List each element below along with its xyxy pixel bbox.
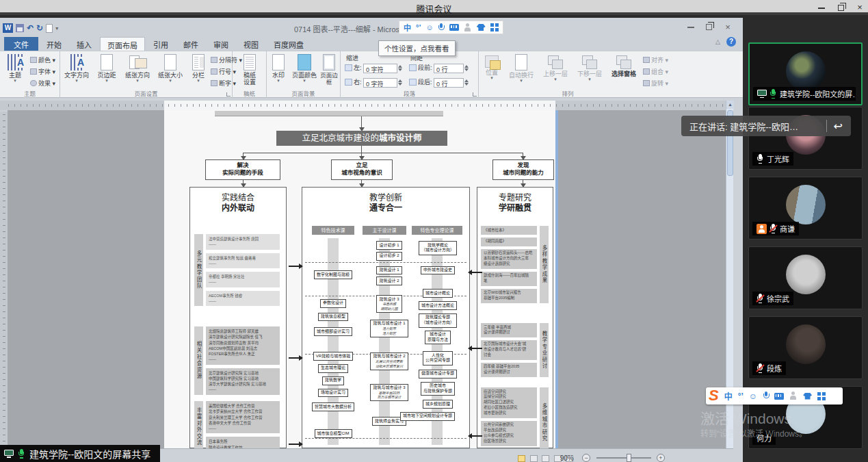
zoom-slider[interactable] [596, 457, 651, 459]
scroll-up-icon[interactable]: ▲ [726, 101, 734, 109]
wrap-text-button[interactable]: 自动换行▾ [505, 53, 538, 83]
track-header: 特色专业理论课 [412, 226, 462, 235]
soft-keyboard-icon[interactable] [774, 393, 784, 400]
tab-开始[interactable]: 开始 [40, 37, 68, 51]
zoom-level[interactable]: 90% [560, 454, 574, 462]
spacing-after-spinner[interactable] [464, 79, 469, 86]
redo-icon[interactable]: ↻ [36, 23, 43, 33]
course-box: 建筑与城市设计 2北展公共空间更新 动批片区城市复兴 [370, 352, 408, 370]
tab-引用[interactable]: 引用 [146, 37, 175, 51]
tab-视图[interactable]: 视图 [237, 37, 265, 51]
selection-pane-button[interactable]: 选择窗格 [606, 53, 642, 77]
skin-icon[interactable] [477, 24, 486, 31]
person-mode-icon[interactable] [789, 392, 798, 400]
page-setup-dialog-launcher[interactable] [226, 92, 231, 97]
page-color-button[interactable]: 页面颜色▾ [289, 53, 320, 83]
participant-tile[interactable]: 段炼 [748, 316, 863, 379]
watermark-button[interactable]: 水印▾ [268, 53, 289, 83]
emoji-icon[interactable]: ☺ [749, 392, 757, 401]
restore-icon[interactable] [832, 1, 850, 14]
indent-left-spinner[interactable] [398, 64, 402, 72]
group-button[interactable]: 组合 ▾ [643, 67, 668, 76]
word-close-icon[interactable]: × [720, 22, 736, 32]
course-title: 城市设计概论 [425, 291, 450, 296]
minimize-icon[interactable] [813, 1, 830, 14]
collapse-ribbon-icon[interactable]: △ [715, 38, 720, 45]
lang-chinese-icon[interactable]: 中 [724, 390, 733, 402]
text-direction-button[interactable]: 文字方向▾ [62, 53, 92, 83]
columns-button[interactable]: 分栏▾ [187, 53, 209, 83]
tab-页面布局[interactable]: 页面布局 [100, 37, 145, 51]
participant-tile[interactable]: 徐宗武 [748, 246, 863, 309]
bring-forward-button[interactable]: 上移一层▾ [539, 53, 572, 81]
spacing-before-input[interactable]: 0 行 [434, 64, 464, 73]
sogou-logo-icon[interactable]: S [709, 388, 719, 403]
new-document-icon[interactable] [46, 24, 53, 33]
indent-right-spinner[interactable] [398, 79, 402, 86]
punctuation-icon[interactable]: °’ [416, 23, 421, 31]
lang-chinese-icon[interactable]: 中 [404, 22, 411, 33]
course-box: 历史城市 与建筑保护专题 [421, 382, 455, 396]
zoom-slider-thumb[interactable] [627, 454, 631, 462]
indent-left-input[interactable]: 0 字符 [363, 64, 397, 73]
orientation-button[interactable]: 纸张方向▾ [122, 53, 153, 83]
theme-colors-button[interactable]: 颜色 ▾ [30, 55, 55, 64]
person-mode-icon[interactable] [464, 23, 472, 32]
tab-文件[interactable]: 文件 [4, 37, 38, 51]
position-button[interactable]: 位置▾ [480, 53, 503, 80]
word-minimize-icon[interactable] [683, 22, 699, 31]
punctuation-icon[interactable]: °’ [738, 392, 744, 401]
zoom-out-icon[interactable]: − [582, 454, 590, 462]
close-icon[interactable]: × [851, 1, 868, 14]
paragraph-dialog-launcher[interactable] [473, 92, 477, 97]
zoom-in-icon[interactable]: + [657, 454, 665, 462]
save-icon[interactable] [16, 24, 24, 32]
theme-fonts-button[interactable]: 字体 ▾ [30, 67, 55, 76]
toolbox-icon[interactable] [490, 23, 499, 31]
page-borders-button[interactable]: 页面边框 [319, 53, 339, 86]
windows-activation-watermark: 激活 Windows [700, 407, 791, 428]
margins-button[interactable]: 页边距▾ [93, 53, 120, 83]
skin-icon[interactable] [803, 393, 812, 400]
paper-size-button[interactable]: 纸张大小▾ [155, 53, 186, 83]
print-layout-view-icon[interactable] [518, 455, 525, 462]
word-window: W ↶ ↻ ▾ 0714 图表--平浩---细解 - Microsoft W 中… [0, 18, 743, 462]
arrow-left-icon [471, 272, 482, 273]
horizontal-ruler[interactable] [0, 101, 733, 110]
info-box: 《城市绘本》 [481, 226, 537, 235]
soft-keyboard-icon[interactable] [449, 24, 459, 31]
course-subtitle: 活力街市 活力街区 [373, 326, 405, 335]
spacing-after-input[interactable]: 0 行 [434, 78, 464, 88]
vertical-ruler[interactable] [0, 112, 8, 462]
page-edge-guide [555, 110, 558, 448]
fullscreen-reading-view-icon[interactable] [530, 455, 538, 462]
voice-input-icon[interactable] [763, 392, 769, 400]
reply-arrow-icon[interactable]: ↩ [834, 120, 851, 133]
course-title: 历史城市 与建筑保护专题 [423, 383, 452, 394]
web-layout-view-icon[interactable] [542, 455, 549, 462]
align-button[interactable]: 对齐 ▾ [643, 55, 668, 64]
themes-button[interactable]: 主题▾ [3, 53, 27, 83]
tab-百度网盘[interactable]: 百度网盘 [267, 37, 311, 51]
rotate-button[interactable]: 旋转 ▾ [643, 79, 668, 88]
participant-tile[interactable]: 商谦 [748, 177, 863, 240]
spacing-before-spinner[interactable] [464, 64, 469, 72]
tab-邮件[interactable]: 邮件 [176, 37, 205, 51]
mic-icon [770, 89, 777, 99]
voice-input-icon[interactable] [438, 23, 445, 32]
send-backward-button[interactable]: 下移一层▾ [573, 53, 606, 81]
participant-tile[interactable]: 建筑学院--欧阳文的屏… [748, 42, 863, 105]
help-icon[interactable]: ? [726, 37, 736, 47]
toolbox-icon[interactable] [817, 392, 826, 400]
tab-插入[interactable]: 插入 [70, 37, 98, 51]
word-restore-icon[interactable] [700, 22, 717, 31]
grid-paper-button[interactable]: 稿纸设置 [235, 53, 264, 86]
tab-审阅[interactable]: 审阅 [207, 37, 235, 51]
qat-customize-icon[interactable]: ▾ [55, 25, 58, 31]
course-box: 建筑与城市设计 1活力街市 活力街区 [370, 320, 408, 337]
theme-effects-button[interactable]: 效果 ▾ [30, 79, 55, 88]
emoji-icon[interactable]: ☺ [425, 23, 433, 31]
indent-right-input[interactable]: 0 字符 [363, 78, 397, 88]
info-box: 四年级 基础平台2035 设计课评图研讨 [481, 363, 537, 377]
undo-icon[interactable]: ↶ [27, 23, 34, 33]
